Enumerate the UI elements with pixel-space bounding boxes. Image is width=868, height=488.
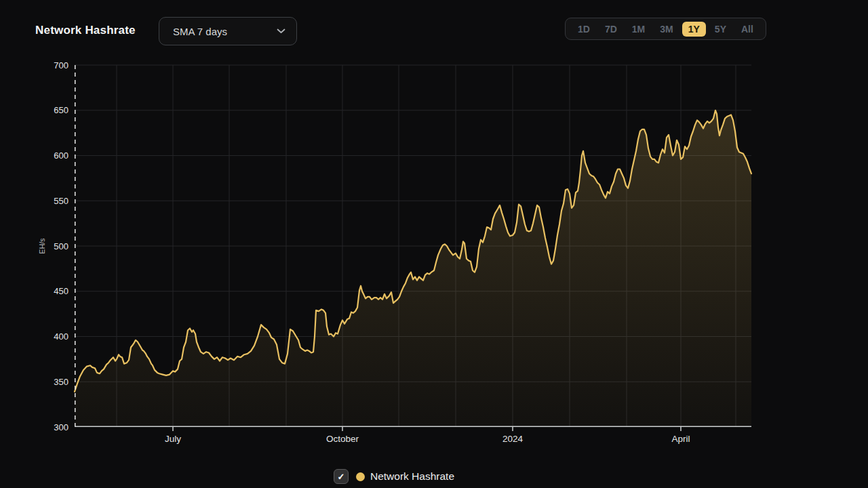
page-title: Network Hashrate <box>35 24 136 37</box>
legend-series-dot-icon <box>356 472 365 481</box>
range-button-5y[interactable]: 5Y <box>709 22 732 37</box>
range-button-1y[interactable]: 1Y <box>682 22 706 37</box>
hashrate-chart[interactable]: 300350400450500550600650700JulyOctober20… <box>75 65 751 427</box>
range-button-3m[interactable]: 3M <box>654 22 679 37</box>
range-button-1m[interactable]: 1M <box>626 22 651 37</box>
range-selector: 1D7D1M3M1Y5YAll <box>565 18 766 40</box>
y-axis-title: EH/s <box>38 239 46 254</box>
y-tick-label: 450 <box>54 286 68 296</box>
legend-series-label[interactable]: Network Hashrate <box>370 470 454 483</box>
y-tick-label: 550 <box>54 196 68 206</box>
y-tick-label: 650 <box>54 105 68 115</box>
y-tick-label: 500 <box>54 241 68 251</box>
hashrate-area <box>75 110 751 427</box>
y-tick-label: 350 <box>54 377 68 387</box>
sma-dropdown[interactable]: SMA 7 days <box>159 17 297 45</box>
y-tick-label: 600 <box>54 150 68 161</box>
range-button-1d[interactable]: 1D <box>572 22 596 37</box>
range-button-7d[interactable]: 7D <box>599 22 623 37</box>
y-tick-label: 400 <box>54 331 68 342</box>
y-tick-label: 700 <box>54 60 68 70</box>
sma-dropdown-value: SMA 7 days <box>173 26 227 37</box>
chart-legend: ✓ Network Hashrate <box>0 469 828 484</box>
x-tick-label: October <box>326 434 359 444</box>
chart-svg: 300350400450500550600650700JulyOctober20… <box>75 65 751 427</box>
range-button-all[interactable]: All <box>735 22 760 37</box>
x-tick-label: July <box>165 434 181 444</box>
x-tick-label: April <box>671 434 690 444</box>
legend-checkbox[interactable]: ✓ <box>334 469 349 484</box>
chevron-down-icon <box>277 28 285 34</box>
y-tick-label: 300 <box>54 422 68 432</box>
x-tick-label: 2024 <box>502 434 524 444</box>
